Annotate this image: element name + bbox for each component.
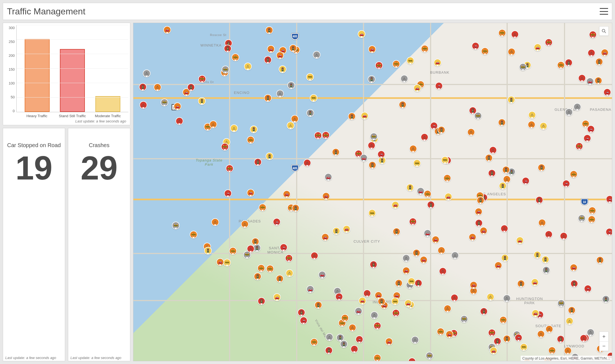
incident-marker[interactable]: 🚗 [583,134,591,142]
incident-marker[interactable]: 🚗 [216,258,224,266]
bar[interactable] [25,39,50,112]
incident-marker[interactable]: ⚠ [487,293,494,301]
incident-marker[interactable]: 🚗 [283,190,291,198]
incident-marker[interactable]: 🚦 [477,196,484,204]
incident-marker[interactable]: 🚧 [413,159,421,167]
incident-marker[interactable]: 🚦 [378,298,385,305]
incident-marker[interactable]: 🚦 [251,238,259,245]
incident-marker[interactable]: ⚠ [511,30,519,38]
map-search-button[interactable] [599,26,609,36]
incident-marker[interactable]: ⚠ [286,269,293,277]
incident-marker[interactable]: 🚗 [413,84,421,92]
incident-marker[interactable]: 🚧 [341,314,349,322]
incident-marker[interactable]: 🚗 [570,264,578,271]
incident-marker[interactable]: 🚦 [298,309,305,316]
incident-marker[interactable]: 🚧 [368,209,376,217]
incident-marker[interactable]: 🚗 [343,225,350,233]
incident-marker[interactable]: 🚧 [259,204,266,211]
incident-marker[interactable]: 🚦 [499,182,507,190]
incident-marker[interactable]: 🚗 [224,189,232,197]
incident-marker[interactable]: 🚦 [533,251,541,259]
incident-marker[interactable]: 🚦 [254,273,261,280]
incident-marker[interactable]: 🚗 [174,102,181,110]
incident-marker[interactable]: 🚗 [522,177,530,185]
incident-marker[interactable]: 🚦 [340,340,348,348]
incident-marker[interactable]: 🚗 [273,293,281,301]
incident-marker[interactable]: 🚦 [266,152,273,160]
incident-marker[interactable]: 🚧 [285,254,293,262]
incident-marker[interactable]: ⚠ [287,122,294,129]
incident-marker[interactable]: 🚗 [469,233,476,241]
incident-marker[interactable]: ⚠ [209,121,217,128]
incident-marker[interactable]: ⚠ [566,317,573,325]
zoom-in-button[interactable]: + [599,332,608,341]
incident-marker[interactable]: 🚧 [474,112,482,120]
incident-marker[interactable]: 🚗 [267,45,275,53]
incident-marker[interactable]: 🚗 [322,192,330,200]
incident-marker[interactable]: 🚦 [265,26,273,34]
map-panel[interactable]: WINNETKA ENCINO BURBANK GLENDALE PASADEN… [133,23,612,361]
incident-marker[interactable]: 🚦 [595,58,603,66]
incident-marker[interactable]: ⚠ [560,232,568,240]
incident-marker[interactable]: 🚦 [507,96,515,104]
incident-marker[interactable]: 🚦 [139,83,147,91]
incident-marker[interactable]: 🚧 [545,39,553,46]
incident-marker[interactable]: ⚠ [244,63,252,70]
incident-marker[interactable]: 🚧 [460,315,468,323]
incident-marker[interactable]: ⚠ [311,252,318,260]
incident-marker[interactable]: ⚠ [421,133,428,141]
incident-marker[interactable]: 🚗 [247,189,255,197]
incident-marker[interactable]: 🚗 [532,309,539,317]
incident-marker[interactable]: ⚠ [303,159,311,167]
incident-marker[interactable]: 🚗 [444,193,452,201]
incident-marker[interactable]: 🚗 [432,236,439,243]
incident-marker[interactable]: ⚠ [537,330,545,338]
incident-marker[interactable]: 🚧 [498,29,506,37]
incident-marker[interactable]: 🚧 [409,218,417,225]
incident-marker[interactable]: 🚧 [520,343,528,351]
incident-marker[interactable]: 🚧 [408,278,415,285]
incident-marker[interactable]: 🚦 [348,112,356,120]
incident-marker[interactable]: 🚧 [421,45,429,53]
incident-marker[interactable]: 🚧 [223,259,231,266]
incident-marker[interactable]: ⚠ [545,325,553,333]
incident-marker[interactable]: ⚠ [326,333,333,341]
bar[interactable] [95,96,120,112]
incident-marker[interactable]: 🚦 [368,75,375,83]
incident-marker[interactable]: 🚧 [519,63,527,71]
incident-marker[interactable]: 🚗 [368,45,376,53]
incident-marker[interactable]: 🚗 [358,30,365,38]
incident-marker[interactable]: 🚦 [204,247,212,255]
incident-marker[interactable]: 🚗 [377,150,385,158]
incident-marker[interactable]: 🚗 [434,59,441,66]
incident-marker[interactable]: 🚧 [266,265,274,273]
incident-marker[interactable]: 🚦 [413,249,420,257]
incident-marker[interactable]: 🚧 [247,136,255,144]
incident-marker[interactable]: 🚦 [198,97,206,105]
incident-marker[interactable]: 🚦 [538,164,545,171]
incident-marker[interactable]: 🚗 [586,78,594,85]
incident-marker[interactable]: 🚗 [324,173,332,181]
incident-marker[interactable]: 🚧 [589,31,597,39]
incident-marker[interactable]: 🚧 [373,322,381,330]
incident-marker[interactable]: 🚗 [355,307,362,315]
incident-marker[interactable]: 🚦 [542,256,549,263]
incident-marker[interactable]: ⚠ [508,48,515,56]
incident-marker[interactable]: 🚧 [221,143,229,151]
incident-marker[interactable]: 🚧 [226,165,233,172]
incident-marker[interactable]: 🚗 [361,112,369,120]
incident-marker[interactable]: 🚧 [310,338,318,346]
incident-marker[interactable]: 🚧 [557,299,565,307]
incident-marker[interactable]: 🚦 [517,280,525,288]
incident-marker[interactable]: 🚧 [499,316,507,324]
incident-marker[interactable]: 🚦 [264,56,272,64]
incident-marker[interactable]: 🚦 [395,279,403,287]
incident-marker[interactable]: 🚧 [443,174,451,182]
incident-marker[interactable]: 🚧 [161,99,168,106]
incident-marker[interactable]: 🚗 [408,358,416,361]
incident-marker[interactable]: 🚗 [318,271,326,279]
incident-marker[interactable]: 🚦 [369,161,376,169]
incident-marker[interactable]: 🚦 [406,184,414,191]
incident-marker[interactable]: 🚧 [392,60,400,68]
incident-marker[interactable]: 🚦 [570,280,578,288]
